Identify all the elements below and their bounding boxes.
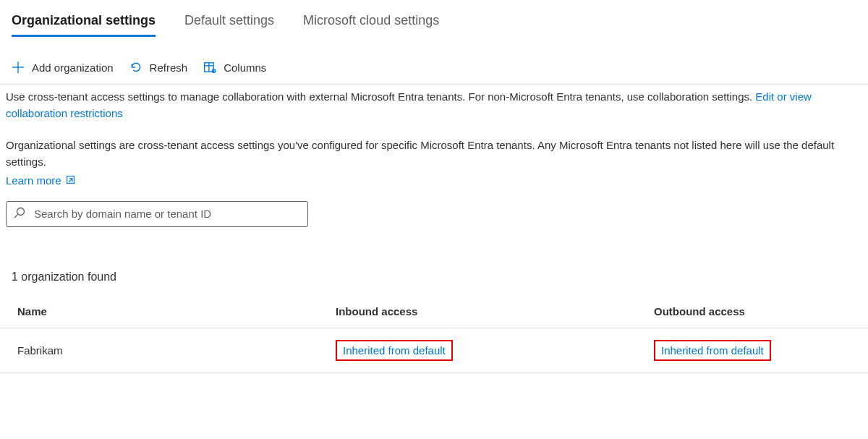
column-header-outbound[interactable]: Outbound access	[654, 305, 851, 317]
inbound-highlight: Inherited from default	[336, 340, 453, 361]
outbound-highlight: Inherited from default	[654, 340, 771, 361]
description-text-1: Use cross-tenant access settings to mana…	[6, 90, 755, 103]
search-container	[0, 189, 868, 227]
table-row: Fabrikam Inherited from default Inherite…	[0, 328, 868, 373]
svg-line-10	[14, 215, 18, 218]
table-header-row: Name Inbound access Outbound access	[0, 292, 868, 328]
toolbar: Add organization Refresh Columns	[0, 38, 868, 85]
external-link-icon	[66, 173, 75, 189]
tab-default-settings[interactable]: Default settings	[184, 7, 274, 37]
svg-line-8	[69, 179, 72, 182]
description-section: Use cross-tenant access settings to mana…	[0, 85, 868, 189]
refresh-label: Refresh	[150, 61, 188, 74]
svg-point-9	[17, 208, 25, 216]
svg-rect-7	[67, 176, 74, 184]
search-box[interactable]	[6, 201, 308, 227]
learn-more-label: Learn more	[6, 173, 61, 189]
add-organization-label: Add organization	[32, 61, 114, 74]
description-line1: Use cross-tenant access settings to mana…	[6, 89, 862, 122]
columns-label: Columns	[224, 61, 266, 74]
refresh-button[interactable]: Refresh	[129, 61, 188, 74]
org-name-cell: Fabrikam	[17, 344, 336, 357]
column-header-inbound[interactable]: Inbound access	[336, 305, 654, 317]
outbound-access-cell: Inherited from default	[654, 340, 851, 361]
learn-more-link[interactable]: Learn more	[6, 173, 75, 189]
columns-button[interactable]: Columns	[203, 61, 266, 74]
tab-organizational-settings[interactable]: Organizational settings	[12, 7, 156, 37]
organizations-table: Name Inbound access Outbound access Fabr…	[0, 292, 868, 373]
search-input[interactable]	[34, 208, 300, 220]
results-count: 1 organization found	[0, 227, 868, 292]
outbound-access-link[interactable]: Inherited from default	[661, 344, 764, 357]
tabs-bar: Organizational settings Default settings…	[0, 0, 868, 38]
refresh-icon	[129, 61, 142, 74]
columns-icon	[203, 61, 216, 74]
search-icon	[14, 207, 25, 221]
inbound-access-link[interactable]: Inherited from default	[343, 344, 446, 357]
tab-microsoft-cloud-settings[interactable]: Microsoft cloud settings	[303, 7, 439, 37]
plus-icon	[12, 61, 25, 74]
description-line2: Organizational settings are cross-tenant…	[6, 137, 862, 170]
inbound-access-cell: Inherited from default	[336, 340, 654, 361]
add-organization-button[interactable]: Add organization	[12, 61, 114, 74]
column-header-name[interactable]: Name	[17, 305, 336, 317]
